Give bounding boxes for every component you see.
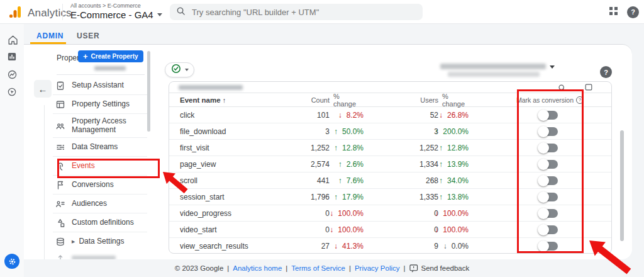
table-row: video_progress0↓100.0%0↓100.0% [169,205,611,222]
event-name-cell: view_search_results [169,242,279,251]
count-cell: 101 [279,111,330,120]
sidebar-item-data-settings[interactable]: ▶Data Settings [53,232,147,251]
events-table-body: click101↓8.2%52↓26.8%file_download3↑50.0… [169,107,611,254]
arrow-up-icon: ↑ [439,160,443,169]
search-input[interactable] [192,8,406,17]
sidebar-item-cut-off[interactable] [53,252,147,259]
streams-icon [55,142,65,152]
advertising-icon[interactable] [0,83,24,101]
rail-items [0,24,24,101]
users-cell: 1,252 [364,144,438,152]
panel-vertical-divider [44,105,45,259]
apps-grid-icon[interactable] [609,6,618,18]
toggle-knob [538,159,549,170]
tab-admin[interactable]: ADMIN [36,31,64,40]
sidebar-item-conversions[interactable]: Conversions [53,176,147,195]
sidebar-item-label: Property Access Management [72,117,147,135]
count-cell: 441 [279,176,330,185]
redacted-property-name [94,66,126,71]
app-name: Analytics [28,7,72,20]
sort-ascending-icon: ↑ [223,96,226,104]
sidebar-item-setup-assistant[interactable]: Setup Assistant [53,76,147,95]
mark-as-conversion-toggle[interactable] [539,160,558,169]
create-property-button[interactable]: + Create Property [78,50,143,62]
event-status-filter[interactable] [165,62,194,77]
admin-panel: ← Property + Create Property Setup Assis… [24,44,632,259]
property-menu: Setup AssistantProperty SettingsProperty… [53,76,147,251]
table-row: file_download3↑50.0%3↑200.0% [169,123,611,140]
table-row: first_visit1,252↑12.8%1,252↑12.8% [169,140,611,156]
sidebar-item-events[interactable]: Events [53,157,147,176]
mark-as-conversion-toggle[interactable] [539,127,558,136]
mark-as-conversion-toggle[interactable] [539,144,558,152]
help-icon[interactable]: ? [600,66,612,78]
arrow-up-icon: ↑ [334,144,338,152]
sidebar-item-label: Data Streams [72,143,118,152]
window-icon [55,99,65,110]
conversion-cell [469,176,611,185]
count-cell: 3 [279,127,330,136]
help-circle-icon[interactable]: ? [576,96,584,104]
column-count-pct-change: % change [330,93,364,108]
pct-change-value: 100.0% [443,225,469,234]
arrow-up-icon: ↑ [334,127,338,136]
table-row: view_search_results27↓41.3%9↓0.0% [169,238,611,254]
sidebar-item-property-access-management[interactable]: Property Access Management [53,114,147,138]
content-scrollbar[interactable] [620,130,624,241]
tab-user[interactable]: USER [77,31,100,40]
reports-icon[interactable] [0,48,24,65]
property-list-scrollbar[interactable] [147,51,150,132]
count-cell: 1,252 [279,144,330,152]
sidebar-item-audiences[interactable]: Audiences [53,195,147,213]
arrow-up-icon: ↑ [439,144,443,152]
send-feedback[interactable]: Send feedback [409,264,470,273]
toggle-knob [538,126,549,137]
back-arrow-button[interactable]: ← [34,80,52,98]
chevron-down-icon [157,13,162,16]
global-search[interactable] [170,4,423,20]
search-icon [176,6,186,18]
list-divider [57,74,145,75]
sidebar-item-property-settings[interactable]: Property Settings [53,95,147,114]
mark-as-conversion-toggle[interactable] [539,242,558,251]
left-nav-rail [0,24,24,277]
sidebar-item-custom-definitions[interactable]: Custom definitions [53,213,147,232]
breadcrumb[interactable]: All accounts > E-Commerce [70,3,162,9]
table-search-icon[interactable] [558,83,566,94]
help-icon[interactable]: ? [627,6,639,18]
person-list-icon [55,199,65,209]
redacted-date-range[interactable] [440,64,546,69]
admin-gear-icon[interactable] [4,254,19,269]
footer-separator: | [286,264,287,272]
home-icon[interactable] [0,30,24,48]
count-cell: 2,574 [279,160,330,169]
mark-as-conversion-toggle[interactable] [539,193,558,201]
arrow-down-icon: ↓ [330,225,333,234]
footer-link[interactable]: Analytics home [233,264,282,272]
event-name-cell: first_visit [169,144,279,152]
pct-change-cell: ↓26.8% [438,111,469,120]
mark-as-conversion-toggle[interactable] [539,111,558,120]
column-event-name[interactable]: Event name ↑ [169,96,279,104]
property-selector[interactable]: E-Commerce - GA4 [70,9,162,20]
copyright-text: © 2023 Google [175,264,224,272]
expand-caret-icon[interactable]: ▶ [72,239,75,244]
users-cell: 268 [364,176,438,185]
toggle-knob [538,240,549,252]
footer-link[interactable]: Privacy Policy [355,264,400,272]
mark-as-conversion-toggle[interactable] [539,209,558,218]
mark-as-conversion-toggle[interactable] [539,225,558,234]
users-cell: 9 [364,242,438,251]
conversion-cell [469,242,611,251]
pct-change-value: 26.8% [447,111,469,120]
sidebar-item-data-streams[interactable]: Data Streams [53,138,147,157]
explore-icon[interactable] [0,65,24,83]
export-icon[interactable] [584,82,593,94]
clipboard-check-icon [55,81,65,91]
arrow-down-icon: ↓ [435,209,438,218]
pct-change-value: 41.3% [342,242,364,251]
events-table-card: Event name ↑ Count % change Users % chan… [169,81,612,254]
footer-link[interactable]: Terms of Service [291,264,345,272]
table-header-row: Event name ↑ Count % change Users % chan… [169,93,611,107]
mark-as-conversion-toggle[interactable] [539,176,558,185]
